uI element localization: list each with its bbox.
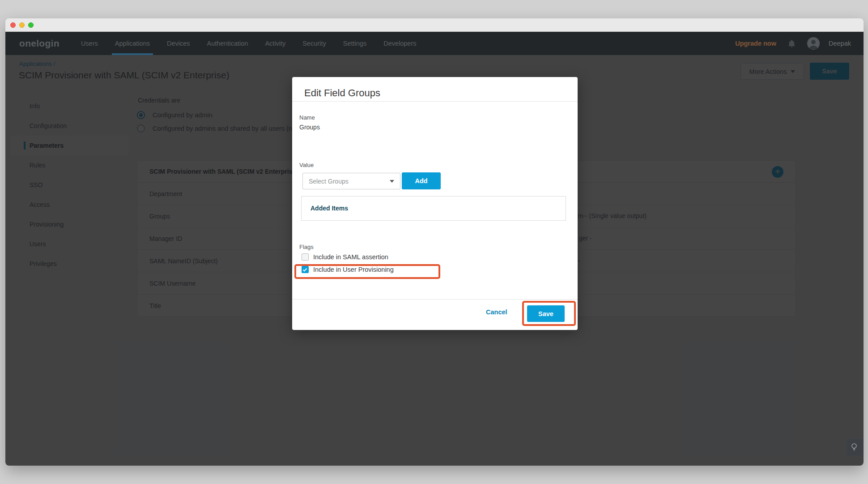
select-placeholder: Select Groups [309,178,349,185]
checkbox-unchecked-icon[interactable] [302,253,309,261]
zoom-window-button[interactable] [28,22,34,28]
nav-item-settings[interactable]: Settings [343,32,366,55]
nav-menu: Users Applications Devices Authenticatio… [81,32,417,55]
nav-item-security[interactable]: Security [302,32,326,55]
nav-item-authentication[interactable]: Authentication [207,32,248,55]
nav-right-cluster: Upgrade now Deepak [735,37,851,50]
groups-select-dropdown[interactable]: Select Groups [302,173,400,189]
nav-item-devices[interactable]: Devices [167,32,190,55]
edit-field-groups-modal: Edit Field Groups Name Groups Value Sele… [292,77,578,330]
screenshot-stage: onelogin Users Applications Devices Auth… [0,0,868,484]
lightbulb-icon [850,442,858,452]
added-items-label: Added Items [311,205,348,212]
nav-item-developers[interactable]: Developers [383,32,416,55]
cancel-button[interactable]: Cancel [486,308,507,316]
flags-label: Flags [299,244,314,250]
divider [292,299,578,300]
traffic-lights [10,22,34,28]
checkbox-row-user-provisioning[interactable]: Include in User Provisioning [302,266,394,273]
person-icon [807,37,820,50]
user-name-label[interactable]: Deepak [829,40,851,47]
notifications-bell-icon[interactable] [788,39,796,48]
close-window-button[interactable] [10,22,16,28]
add-button[interactable]: Add [402,172,441,189]
name-label: Name [299,114,315,121]
help-button[interactable] [846,439,864,456]
modal-save-button[interactable]: Save [527,305,565,322]
modal-title: Edit Field Groups [304,87,380,99]
minimize-window-button[interactable] [19,22,25,28]
onelogin-logo: onelogin [19,38,60,49]
user-avatar[interactable] [807,37,820,50]
nav-item-activity[interactable]: Activity [265,32,285,55]
upgrade-now-link[interactable]: Upgrade now [735,40,776,47]
checkbox-label: Include in User Provisioning [313,266,394,273]
window-titlebar [5,18,864,32]
value-label: Value [299,162,314,168]
checkbox-row-saml-assertion[interactable]: Include in SAML assertion [302,253,388,261]
name-value: Groups [299,124,320,131]
checkbox-checked-icon[interactable] [302,266,309,273]
top-nav: onelogin Users Applications Devices Auth… [5,32,864,55]
checkbox-label: Include in SAML assertion [313,253,388,261]
nav-item-users[interactable]: Users [81,32,98,55]
chevron-down-icon [390,180,394,183]
divider [292,101,578,102]
nav-item-applications[interactable]: Applications [115,32,150,55]
check-icon [302,267,308,273]
added-items-box: Added Items [301,196,566,221]
